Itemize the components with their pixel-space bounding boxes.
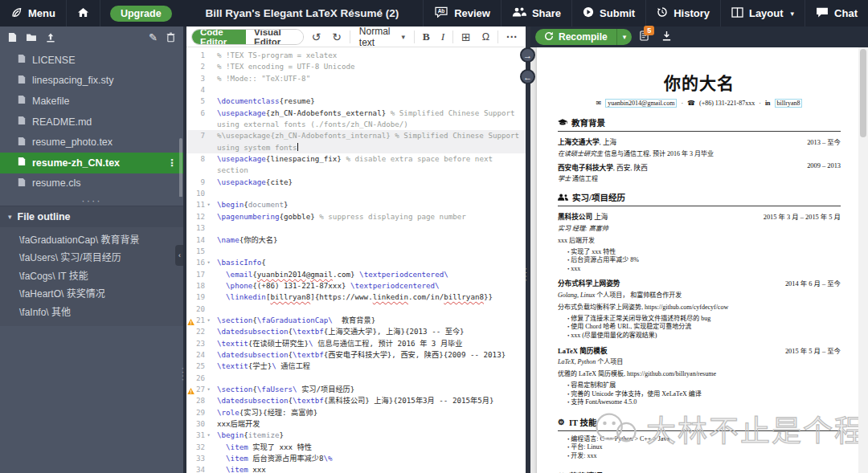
code-line[interactable]: 1% !TEX TS-program = xelatex [186, 50, 526, 61]
code-line[interactable]: 20 [186, 304, 526, 315]
visual-editor-tab[interactable]: Visual Editor [246, 30, 303, 44]
fold-caret-icon[interactable]: ▾ [205, 430, 212, 441]
outline-item[interactable]: \faCogs\ IT 技能 [0, 266, 183, 284]
home-button[interactable] [67, 0, 100, 27]
pdf-scrollbar-thumb[interactable] [860, 49, 866, 137]
line-gutter: 14 [186, 234, 212, 246]
code-line[interactable]: 23\textit{在读硕士研究生}\ 信息与通信工程, 预计 2016 年 3… [186, 338, 526, 349]
code-line[interactable]: 33 \item 后台资源占用率减少8\% [186, 453, 526, 464]
code-line[interactable]: 2% !TEX encoding = UTF-8 Unicode [186, 61, 526, 72]
code-line[interactable]: 26 [186, 373, 526, 384]
code-line[interactable]: 25\textit{学士}\ 通信工程 [186, 361, 526, 372]
chat-icon [816, 7, 829, 20]
logs-button[interactable]: 5 [640, 30, 649, 44]
code-text: \name{你的大名} [212, 234, 526, 246]
code-line[interactable]: 9\usepackage{cite} [186, 177, 526, 188]
undo-icon[interactable]: ↺ [309, 31, 325, 43]
editor-pdf-divider[interactable]: → ← ···· [526, 27, 530, 473]
more-tools-icon[interactable]: ··· [503, 31, 521, 43]
file-outline-header[interactable]: ▾ File outline [0, 206, 183, 227]
menu-button[interactable]: Menu [0, 0, 67, 27]
code-editor-tab[interactable]: Code Editor [192, 30, 246, 44]
code-line[interactable]: 28\datedsubsection{\textbf{黑科技公司} 上海}{20… [186, 395, 526, 406]
code-line[interactable]: 19 \linkedin[billryan8]{https://www.link… [186, 292, 526, 303]
code-line[interactable]: 29\role{实习}{经理: 高富帅} [186, 407, 526, 418]
italic-button[interactable]: I [438, 31, 448, 43]
insert-table-icon[interactable]: ⊞ [458, 31, 474, 43]
code-editor-content[interactable]: 1% !TEX TS-program = xelatex2% !TEX enco… [186, 47, 526, 473]
layout-button[interactable]: Layout ▾ [720, 0, 805, 27]
code-line[interactable]: 13 [186, 222, 526, 234]
outline-item[interactable]: \faHeartO\ 获奖情况 [0, 283, 183, 302]
linkedin-link[interactable]: billryan8 [775, 99, 803, 108]
download-pdf-button[interactable] [661, 30, 672, 44]
recompile-split-button: Recompile ▾ [535, 29, 632, 45]
code-line[interactable]: 11▾\begin{document} [186, 199, 526, 210]
fold-caret-icon[interactable]: ▾ [205, 199, 212, 210]
code-line[interactable]: 10 [186, 188, 526, 199]
new-folder-icon[interactable] [26, 33, 37, 42]
code-line[interactable]: 34 \item xxx [186, 464, 526, 473]
outline-item[interactable]: \faInfo\ 其他 [0, 302, 183, 320]
code-line[interactable]: 8\usepackage{linespacing_fix} % disable … [186, 153, 526, 177]
file-tree-scrollbar[interactable] [179, 138, 182, 197]
code-line[interactable]: 3% !Mode:: "TeX:UTF-8" [186, 73, 526, 84]
pdf-scrollbar[interactable] [858, 47, 868, 473]
file-item[interactable]: linespacing_fix.sty [0, 71, 183, 92]
insert-symbol-icon[interactable]: Ω [479, 31, 493, 43]
code-line[interactable]: 4 [186, 84, 526, 96]
share-button[interactable]: Share [501, 0, 571, 27]
pdf-viewer[interactable]: 你的大名 ✉ yuanbin2014@gmail.com · ☎ (+86) 1… [530, 47, 868, 473]
sidebar-filler [0, 326, 183, 473]
file-item[interactable]: resume-zh_CN.tex⋮ [0, 153, 183, 173]
email-link[interactable]: yuanbin2014@gmail.com [605, 99, 677, 108]
redo-icon[interactable]: ↻ [329, 31, 345, 43]
code-line[interactable]: 24\datedsubsection{\textbf{西安电子科技大学}, 西安… [186, 349, 526, 361]
recompile-button[interactable]: Recompile [535, 29, 616, 45]
history-button[interactable]: History [645, 0, 720, 27]
paragraph-style-dropdown[interactable]: Normal text ▾ [355, 26, 409, 48]
code-line[interactable]: 7%\usepackage{zh_CN-Adobefonts_internal}… [186, 130, 526, 153]
file-item[interactable]: LICENSE [0, 50, 183, 71]
code-line[interactable]: 6\usepackage{zh_CN-Adobefonts_external} … [186, 108, 526, 131]
upgrade-button[interactable]: Upgrade [110, 6, 172, 22]
divider-drag-dots: ···· [182, 367, 185, 382]
code-line[interactable]: 5\documentclass{resume} [186, 96, 526, 107]
line-gutter: 8 [186, 153, 212, 177]
expand-left-button[interactable]: ← [520, 69, 535, 84]
code-line[interactable]: 17 \email{yuanbin2014@gmail.com} \textpe… [186, 269, 526, 280]
code-line[interactable]: 14\name{你的大名} [186, 234, 526, 246]
file-item[interactable]: README.md [0, 112, 183, 133]
chat-button[interactable]: Chat [805, 0, 868, 27]
outline-resize-handle[interactable]: ···· [0, 197, 183, 206]
code-line[interactable]: 21▾\section{\faGraduationCap\ 教育背景} [186, 315, 526, 326]
file-item[interactable]: resume_photo.tex [0, 132, 183, 153]
fold-caret-icon[interactable]: ▾ [205, 315, 212, 326]
file-item[interactable]: resume.tex [0, 194, 183, 197]
code-line[interactable]: 15 [186, 246, 526, 257]
code-line[interactable]: 12\pagenumbering{gobble} % suppress disp… [186, 211, 526, 222]
code-line[interactable]: 31▾\begin{itemize} [186, 430, 526, 441]
code-line[interactable]: 16▾\basicInfo{ [186, 257, 526, 268]
upload-icon[interactable] [46, 33, 55, 43]
submit-button[interactable]: Submit [571, 0, 645, 27]
rename-pencil-icon[interactable]: ✎ [149, 31, 158, 43]
expand-right-button[interactable]: → [520, 47, 535, 63]
delete-trash-icon[interactable] [166, 32, 175, 43]
file-item[interactable]: resume.cls [0, 173, 183, 194]
recompile-options-caret[interactable]: ▾ [616, 29, 633, 45]
bold-button[interactable]: B [420, 31, 433, 43]
review-button[interactable]: Ab Review [423, 0, 501, 27]
fold-caret-icon[interactable]: ▾ [205, 257, 212, 268]
code-line[interactable]: 32 \item 实现了 xxx 特性 [186, 442, 526, 453]
file-item[interactable]: Makefile [0, 91, 183, 112]
new-file-icon[interactable] [8, 32, 17, 43]
code-line[interactable]: 18 \phone{(+86) 131-221-87xxx} \textperi… [186, 280, 526, 292]
code-line[interactable]: 22\datedsubsection{\textbf{上海交通大学}, 上海}{… [186, 326, 526, 337]
fold-caret-icon[interactable]: ▾ [205, 384, 212, 395]
outline-item[interactable]: \faUsers\ 实习/项目经历 [0, 247, 183, 266]
code-line[interactable]: 30xxx后端开发 [186, 418, 526, 430]
file-menu-kebab-icon[interactable]: ⋮ [167, 157, 177, 169]
outline-item[interactable]: \faGraduationCap\ 教育背景 [0, 230, 183, 248]
code-line[interactable]: 27▾\section{\faUsers\ 实习/项目经历} [186, 384, 526, 395]
